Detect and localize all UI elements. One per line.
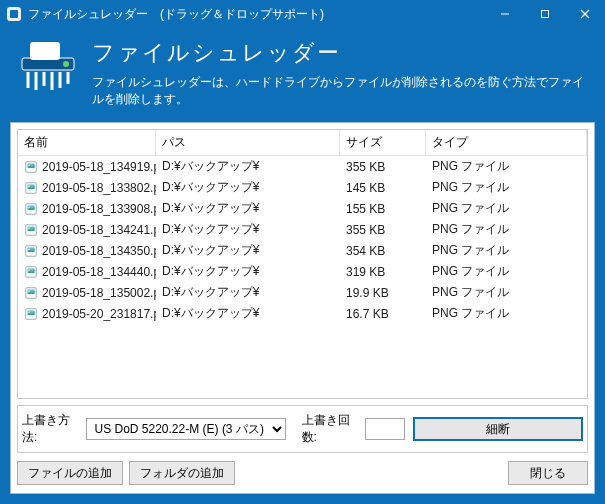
table-row[interactable]: 2019-05-18_134919.pngD:¥バックアップ¥355 KBPNG… (18, 156, 587, 177)
table-row[interactable]: 2019-05-20_231817.pngD:¥バックアップ¥16.7 KBPN… (18, 303, 587, 324)
file-type: PNG ファイル (426, 157, 587, 176)
file-path: D:¥バックアップ¥ (156, 262, 340, 281)
file-path: D:¥バックアップ¥ (156, 199, 340, 218)
file-path: D:¥バックアップ¥ (156, 283, 340, 302)
svg-point-8 (63, 61, 69, 67)
count-label: 上書き回数: (302, 412, 358, 446)
titlebar: ファイルシュレッダー (ドラッグ＆ドロップサポート) (0, 0, 605, 28)
table-row[interactable]: 2019-05-18_134350.pngD:¥バックアップ¥354 KBPNG… (18, 240, 587, 261)
image-file-icon (24, 160, 38, 174)
page-subtitle: ファイルシュレッダーは、ハードドライブからファイルが削除されるのを防ぐ方法でファ… (92, 74, 589, 108)
file-name: 2019-05-18_135002.png (42, 286, 156, 300)
add-folder-button[interactable]: フォルダの追加 (129, 461, 235, 485)
file-name: 2019-05-18_134350.png (42, 244, 156, 258)
add-file-button[interactable]: ファイルの追加 (17, 461, 123, 485)
bottom-controls: ファイルの追加 フォルダの追加 閉じる (17, 459, 588, 487)
file-name: 2019-05-18_133802.png (42, 181, 156, 195)
file-name: 2019-05-18_134241.png (42, 223, 156, 237)
image-file-icon (24, 286, 38, 300)
file-size: 319 KB (340, 262, 426, 281)
list-body: 2019-05-18_134919.pngD:¥バックアップ¥355 KBPNG… (18, 156, 587, 398)
table-row[interactable]: 2019-05-18_134440.pngD:¥バックアップ¥319 KBPNG… (18, 261, 587, 282)
file-name: 2019-05-20_231817.png (42, 307, 156, 321)
file-type: PNG ファイル (426, 304, 587, 323)
overwrite-controls: 上書き方法: US DoD 5220.22-M (E) (3 パス) 上書き回数… (17, 405, 588, 453)
file-path: D:¥バックアップ¥ (156, 157, 340, 176)
svg-rect-1 (10, 10, 18, 18)
app-icon (6, 6, 22, 22)
col-header-path[interactable]: パス (156, 130, 340, 155)
page-title: ファイルシュレッダー (92, 38, 589, 68)
col-header-type[interactable]: タイプ (426, 130, 587, 155)
file-size: 19.9 KB (340, 283, 426, 302)
content-area: 名前 パス サイズ タイプ 2019-05-18_134919.pngD:¥バッ… (10, 122, 595, 494)
file-type: PNG ファイル (426, 199, 587, 218)
table-row[interactable]: 2019-05-18_134241.pngD:¥バックアップ¥355 KBPNG… (18, 219, 587, 240)
file-path: D:¥バックアップ¥ (156, 178, 340, 197)
file-type: PNG ファイル (426, 262, 587, 281)
col-header-name[interactable]: 名前 (18, 130, 156, 155)
image-file-icon (24, 244, 38, 258)
file-size: 355 KB (340, 157, 426, 176)
file-path: D:¥バックアップ¥ (156, 220, 340, 239)
file-size: 16.7 KB (340, 304, 426, 323)
image-file-icon (24, 202, 38, 216)
svg-rect-7 (30, 42, 60, 60)
shredder-icon (16, 34, 80, 98)
svg-rect-3 (542, 11, 549, 18)
table-row[interactable]: 2019-05-18_135002.pngD:¥バックアップ¥19.9 KBPN… (18, 282, 587, 303)
close-button[interactable] (565, 0, 605, 28)
method-label: 上書き方法: (22, 412, 78, 446)
shred-button[interactable]: 細断 (413, 417, 583, 441)
window-title: ファイルシュレッダー (ドラッグ＆ドロップサポート) (28, 6, 485, 23)
file-name: 2019-05-18_134919.png (42, 160, 156, 174)
maximize-button[interactable] (525, 0, 565, 28)
method-select[interactable]: US DoD 5220.22-M (E) (3 パス) (86, 418, 286, 440)
image-file-icon (24, 307, 38, 321)
app-window: ファイルシュレッダー (ドラッグ＆ドロップサポート) ファイルシ (0, 0, 605, 504)
minimize-button[interactable] (485, 0, 525, 28)
file-type: PNG ファイル (426, 241, 587, 260)
file-type: PNG ファイル (426, 220, 587, 239)
list-header: 名前 パス サイズ タイプ (18, 130, 587, 156)
col-header-size[interactable]: サイズ (340, 130, 426, 155)
file-size: 355 KB (340, 220, 426, 239)
file-list[interactable]: 名前 パス サイズ タイプ 2019-05-18_134919.pngD:¥バッ… (17, 129, 588, 399)
file-size: 354 KB (340, 241, 426, 260)
count-input[interactable] (365, 418, 405, 440)
file-type: PNG ファイル (426, 178, 587, 197)
header: ファイルシュレッダー ファイルシュレッダーは、ハードドライブからファイルが削除さ… (0, 28, 605, 122)
table-row[interactable]: 2019-05-18_133802.pngD:¥バックアップ¥145 KBPNG… (18, 177, 587, 198)
file-type: PNG ファイル (426, 283, 587, 302)
image-file-icon (24, 223, 38, 237)
file-size: 145 KB (340, 178, 426, 197)
table-row[interactable]: 2019-05-18_133908.pngD:¥バックアップ¥155 KBPNG… (18, 198, 587, 219)
close-app-button[interactable]: 閉じる (508, 461, 588, 485)
image-file-icon (24, 181, 38, 195)
file-name: 2019-05-18_133908.png (42, 202, 156, 216)
file-name: 2019-05-18_134440.png (42, 265, 156, 279)
image-file-icon (24, 265, 38, 279)
file-path: D:¥バックアップ¥ (156, 241, 340, 260)
file-size: 155 KB (340, 199, 426, 218)
file-path: D:¥バックアップ¥ (156, 304, 340, 323)
